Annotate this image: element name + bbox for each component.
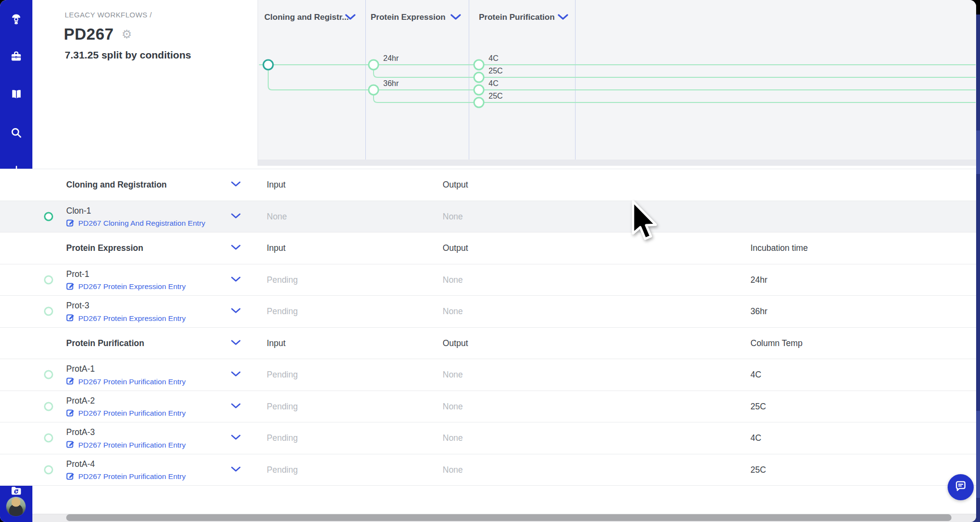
- edit-pencil-icon: [66, 377, 74, 387]
- section-header-purification[interactable]: Protein Purification Input Output Column…: [0, 328, 976, 360]
- section-title: Cloning and Registration: [66, 180, 167, 190]
- edit-pencil-icon: [66, 313, 74, 323]
- cell-output: None: [443, 211, 463, 221]
- workflow-diagram-panel: Cloning and Registr... Protein Expressio…: [258, 0, 976, 166]
- col-header-output: Output: [443, 180, 468, 190]
- diagram-scroll-strip[interactable]: [258, 160, 976, 166]
- cell-output: None: [443, 275, 463, 285]
- cell-output: None: [443, 464, 463, 475]
- branch-node-4c[interactable]: [474, 60, 484, 70]
- horizontal-scrollbar-thumb[interactable]: [66, 514, 951, 521]
- cell-incubation: 24hr: [750, 275, 767, 285]
- table-row-clon-1[interactable]: Clon-1 PD267 Cloning And Registration En…: [0, 201, 976, 233]
- sidebar-item-profile[interactable]: [0, 5, 32, 32]
- status-circle-icon: [44, 434, 53, 443]
- edit-pencil-icon: [66, 218, 74, 229]
- settings-gear-icon[interactable]: ⚙: [121, 29, 132, 40]
- sidebar-item-notebook[interactable]: [0, 81, 32, 108]
- cell-output: None: [443, 306, 463, 317]
- col-header-column-temp: Column Temp: [750, 338, 803, 348]
- horizontal-scrollbar-track[interactable]: [32, 514, 976, 522]
- table-row-prot-1[interactable]: Prot-1 PD267 Protein Expression Entry Pe…: [0, 264, 976, 296]
- chevron-down-icon[interactable]: [231, 180, 241, 189]
- entry-link-label: PD267 Protein Expression Entry: [78, 314, 186, 323]
- entry-link[interactable]: PD267 Protein Purification Entry: [66, 408, 186, 419]
- entry-id: ProtA-3: [66, 427, 95, 437]
- mouse-cursor: [630, 201, 660, 248]
- branch-node-25c[interactable]: [474, 98, 484, 107]
- status-circle-icon: [44, 465, 53, 474]
- entry-link[interactable]: PD267 Protein Purification Entry: [66, 377, 186, 387]
- col-header-input: Input: [267, 180, 286, 190]
- entry-id: ProtA-2: [66, 396, 95, 406]
- chevron-down-icon[interactable]: [231, 244, 241, 252]
- chevron-down-icon[interactable]: [231, 212, 241, 221]
- branch-node-25c[interactable]: [474, 72, 484, 82]
- section-header-cloning[interactable]: Cloning and Registration Input Output: [0, 169, 976, 201]
- entry-link[interactable]: PD267 Cloning And Registration Entry: [66, 218, 205, 229]
- chat-help-button[interactable]: [948, 474, 974, 500]
- edit-pencil-icon: [66, 440, 74, 450]
- chevron-down-icon[interactable]: [231, 339, 241, 348]
- cell-column-temp: 4C: [750, 370, 761, 380]
- workflow-table: Cloning and Registration Input Output Cl…: [0, 169, 976, 486]
- branch-label: 25C: [489, 67, 503, 75]
- entry-id: Prot-3: [66, 301, 89, 311]
- chevron-down-icon[interactable]: [231, 434, 241, 442]
- table-row-prota-1[interactable]: ProtA-1 PD267 Protein Purification Entry…: [0, 359, 976, 391]
- cell-output: None: [443, 433, 463, 443]
- root-node[interactable]: [263, 60, 273, 70]
- branch-label: 4C: [489, 54, 498, 62]
- entry-link[interactable]: PD267 Protein Expression Entry: [66, 282, 186, 292]
- page-title: PD267: [64, 25, 114, 44]
- cell-input: Pending: [267, 433, 298, 443]
- table-row-prot-3[interactable]: Prot-3 PD267 Protein Expression Entry Pe…: [0, 296, 976, 328]
- chevron-down-icon[interactable]: [231, 276, 241, 284]
- table-row-prota-2[interactable]: ProtA-2 PD267 Protein Purification Entry…: [0, 391, 976, 423]
- entry-link-label: PD267 Cloning And Registration Entry: [78, 219, 205, 228]
- section-title: Protein Purification: [66, 338, 144, 348]
- branch-node-4c[interactable]: [474, 85, 484, 95]
- chevron-down-icon[interactable]: [231, 465, 241, 474]
- workflow-split-tree: 24hr 36hr 4C 25C 4C 25C: [258, 0, 976, 166]
- cell-column-temp: 25C: [750, 401, 766, 411]
- open-book-icon: [10, 87, 23, 101]
- breadcrumb[interactable]: LEGACY WORKFLOWS /: [65, 11, 152, 19]
- search-icon: [10, 126, 23, 139]
- cell-output: None: [443, 370, 463, 380]
- cell-column-temp: 25C: [750, 464, 766, 475]
- sidebar-item-projects[interactable]: [0, 43, 32, 70]
- cell-input: Pending: [267, 401, 298, 411]
- chevron-down-icon[interactable]: [231, 402, 241, 411]
- chat-bubble-icon: [954, 479, 967, 495]
- branch-node-36hr[interactable]: [369, 85, 378, 95]
- entry-id: Clon-1: [66, 206, 91, 216]
- chevron-down-icon[interactable]: [231, 370, 241, 379]
- status-circle-icon: [44, 212, 53, 221]
- branch-node-24hr[interactable]: [369, 60, 378, 70]
- chevron-down-icon[interactable]: [231, 307, 241, 316]
- edit-pencil-icon: [66, 472, 74, 482]
- entry-link[interactable]: PD267 Protein Purification Entry: [66, 472, 186, 482]
- entry-link-label: PD267 Protein Purification Entry: [78, 409, 186, 418]
- section-header-expression[interactable]: Protein Expression Input Output Incubati…: [0, 232, 976, 264]
- status-circle-icon: [44, 307, 53, 316]
- edit-pencil-icon: [66, 408, 74, 419]
- branch-label: 36hr: [383, 79, 399, 87]
- cell-incubation: 36hr: [750, 306, 767, 317]
- app-window: LEGACY WORKFLOWS / PD267 ⚙ 7.31.25 split…: [0, 0, 980, 522]
- table-row-prota-3[interactable]: ProtA-3 PD267 Protein Purification Entry…: [0, 422, 976, 454]
- scientist-avatar-icon: [10, 13, 23, 26]
- sidebar-item-search[interactable]: [0, 119, 32, 146]
- header-pane: LEGACY WORKFLOWS / PD267 ⚙ 7.31.25 split…: [32, 0, 258, 168]
- col-header-input: Input: [267, 338, 286, 348]
- cell-input: Pending: [267, 275, 298, 285]
- entry-id: ProtA-4: [66, 459, 95, 469]
- user-avatar[interactable]: [6, 496, 26, 517]
- entry-link[interactable]: PD267 Protein Purification Entry: [66, 440, 186, 450]
- table-row-prota-4[interactable]: ProtA-4 PD267 Protein Purification Entry…: [0, 454, 976, 486]
- entry-link[interactable]: PD267 Protein Expression Entry: [66, 313, 186, 323]
- cell-input: None: [267, 211, 287, 221]
- col-header-output: Output: [443, 243, 468, 253]
- branch-label: 25C: [489, 92, 503, 100]
